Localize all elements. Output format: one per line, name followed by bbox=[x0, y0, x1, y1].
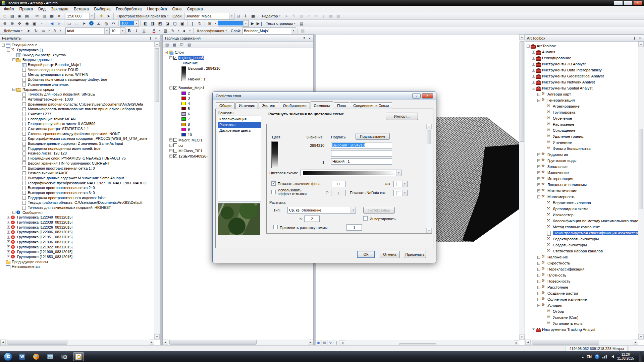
expand-icon[interactable] bbox=[532, 63, 535, 66]
toc-layer-row[interactable]: Boundar_Majo1 bbox=[163, 85, 313, 90]
tree-item[interactable]: Степень сравнения между файлами проекций… bbox=[0, 131, 154, 136]
expand-icon[interactable] bbox=[7, 240, 10, 243]
text-tool-button[interactable]: A bbox=[51, 27, 58, 34]
tree-item[interactable]: Выходная пространственная сетка 3: 0 bbox=[0, 190, 154, 195]
menu-item[interactable]: Правка bbox=[17, 6, 36, 12]
tree-item[interactable]: Статистика набора каналов bbox=[525, 248, 638, 254]
copy-button[interactable]: ▥ bbox=[41, 13, 48, 19]
results-vscrollbar[interactable]: ▲ ▼ bbox=[154, 42, 160, 340]
layer-name[interactable]: regiong_boun8 bbox=[178, 56, 204, 60]
scroll-left-icon[interactable]: ◀ bbox=[163, 340, 168, 345]
tree-item[interactable]: Группировка [122049_08312015] bbox=[0, 215, 154, 220]
close-icon[interactable] bbox=[308, 36, 312, 40]
fixed-zoom-in-button[interactable]: ▣ bbox=[31, 20, 38, 27]
autoadjust-button[interactable]: ⊡ bbox=[235, 13, 242, 19]
dialog-tab[interactable]: Символы bbox=[311, 101, 333, 109]
scroll-left-icon[interactable]: ◀ bbox=[340, 340, 345, 346]
find-button[interactable]: ◎ bbox=[103, 20, 110, 27]
tree-item[interactable]: Интерполяция bbox=[525, 176, 638, 182]
ok-button[interactable]: ОК bbox=[357, 251, 375, 258]
toc-toolbar-button[interactable]: ▤ bbox=[164, 42, 170, 48]
restore-button[interactable]: ▢ bbox=[624, 1, 633, 5]
toolbox-hscrollbar[interactable]: ◀ ▶ bbox=[525, 340, 638, 345]
scroll-left-icon[interactable]: ◀ bbox=[525, 340, 531, 345]
class-color-swatch[interactable] bbox=[181, 107, 186, 110]
class-color-swatch[interactable] bbox=[181, 92, 186, 95]
layer-checkbox[interactable] bbox=[173, 86, 177, 90]
layer-name[interactable]: ocr bbox=[178, 143, 183, 147]
italic-button[interactable]: I bbox=[133, 27, 140, 34]
collapse-icon[interactable] bbox=[169, 56, 172, 59]
hillshade-checkbox[interactable] bbox=[271, 190, 276, 194]
close-icon[interactable] bbox=[638, 36, 642, 40]
tree-item[interactable]: Размер ячейки: MAXOF bbox=[0, 171, 154, 176]
forward-extent-button[interactable]: ▶ bbox=[56, 20, 63, 27]
menu-item[interactable]: Файл bbox=[1, 6, 17, 12]
show-desktop-button[interactable] bbox=[639, 352, 642, 362]
tree-item[interactable]: ArcToolbox bbox=[525, 43, 638, 49]
pin-icon[interactable] bbox=[633, 37, 636, 40]
cancel-button[interactable]: Отмена bbox=[380, 251, 400, 258]
font-color-dropdown-button[interactable]: ▾ bbox=[158, 27, 162, 34]
tree-item[interactable]: Отбор bbox=[525, 308, 638, 314]
tree-item[interactable]: Вероятность классов bbox=[525, 200, 638, 206]
edit-tool-button[interactable]: ➤ bbox=[283, 13, 290, 19]
collapse-icon[interactable] bbox=[537, 304, 540, 307]
tree-item[interactable]: Версия хранения TIN по умолчанию: CURREN… bbox=[0, 161, 154, 166]
tree-item[interactable]: Группировка [121951_08312015] bbox=[0, 235, 154, 240]
expand-icon[interactable] bbox=[537, 183, 540, 186]
show-background-checkbox[interactable] bbox=[271, 181, 276, 186]
tree-item[interactable]: Инструменты Network Analyst bbox=[525, 79, 638, 85]
gamma-value-input[interactable] bbox=[346, 224, 362, 231]
tree-item[interactable]: Зональные bbox=[525, 164, 638, 170]
toc-layer-row[interactable]: regiong_boun8 bbox=[163, 55, 313, 60]
tree-item[interactable]: Инструменты Spatial Analyst bbox=[525, 85, 638, 91]
chevron-down-icon[interactable]: ▾ bbox=[243, 20, 248, 26]
toc-toolbar-button[interactable]: ☑ bbox=[178, 42, 185, 48]
dialog-tab[interactable]: Общие bbox=[216, 102, 235, 109]
close-button[interactable] bbox=[422, 93, 433, 99]
expand-icon[interactable] bbox=[537, 189, 540, 192]
expand-icon[interactable] bbox=[537, 280, 540, 283]
scroll-down-icon[interactable]: ▼ bbox=[426, 228, 432, 233]
class-layer[interactable]: Boundar_Majo1▾ bbox=[243, 27, 296, 34]
rectangle-tool-button[interactable]: ▭ bbox=[40, 27, 47, 34]
invert-checkbox[interactable] bbox=[363, 216, 368, 221]
save-map-button[interactable]: ▣ bbox=[16, 13, 23, 19]
expand-icon[interactable] bbox=[169, 155, 172, 158]
chevron-down-icon[interactable]: ▾ bbox=[291, 28, 296, 34]
layer-name[interactable]: Boundar_Majo1 bbox=[178, 86, 205, 90]
expand-icon[interactable] bbox=[7, 250, 10, 253]
tree-item[interactable]: Алгебра карт bbox=[525, 91, 638, 97]
z-value-input[interactable] bbox=[331, 190, 346, 196]
go-to-xy-button[interactable]: XY bbox=[110, 20, 117, 27]
classification-menu-button[interactable]: Классификация▾ bbox=[195, 28, 229, 34]
scroll-thumb[interactable] bbox=[639, 129, 643, 209]
tree-item[interactable]: Растяжение bbox=[525, 121, 638, 127]
tree-item[interactable]: Неконтролируемая классификация изокласте… bbox=[525, 230, 638, 236]
refresh-view-button[interactable]: ↻ bbox=[328, 340, 334, 345]
toc-toolbar-button[interactable]: ▧ bbox=[186, 42, 193, 48]
gamma-checkbox[interactable] bbox=[273, 225, 278, 229]
tree-item[interactable]: Статистика растра: STATISTICS 1 1 bbox=[0, 126, 154, 131]
scroll-down-icon[interactable]: ▼ bbox=[154, 334, 160, 340]
tree-item[interactable]: Исключенное значение: bbox=[0, 82, 154, 87]
tree-item[interactable]: Число соседних ячеек: FOUR bbox=[0, 67, 154, 72]
tree-item[interactable]: Автоподтверждение: 1000 bbox=[0, 97, 154, 102]
dialog-title-bar[interactable]: Свойства слоя bbox=[213, 92, 436, 100]
zoom-out-button[interactable]: ⊖ bbox=[9, 20, 16, 27]
network-icon[interactable] bbox=[602, 355, 607, 359]
tree-item[interactable]: Плотность bbox=[525, 272, 638, 278]
line-color-button[interactable]: ✎ bbox=[169, 27, 176, 34]
font-size[interactable]: 10▾ bbox=[110, 27, 125, 34]
scroll-up-icon[interactable]: ▲ bbox=[638, 42, 644, 47]
results-hscrollbar[interactable]: ◀ ▶ bbox=[0, 340, 154, 345]
tree-item[interactable]: Пирамидные слои: PYRAMIDS -1 NEAREST DEF… bbox=[0, 156, 154, 161]
fill-color-button[interactable]: ▨ bbox=[162, 27, 169, 34]
tree-item[interactable]: Отсечение bbox=[525, 115, 638, 121]
add-data-button[interactable]: ✚ bbox=[98, 13, 105, 19]
scroll-thumb[interactable] bbox=[532, 340, 599, 345]
tree-item[interactable]: Метод группировки в зоны: WITHIN bbox=[0, 72, 154, 77]
tree-item[interactable]: Выходной растр: <пусто> bbox=[0, 52, 154, 57]
layer-checkbox[interactable] bbox=[173, 56, 177, 60]
